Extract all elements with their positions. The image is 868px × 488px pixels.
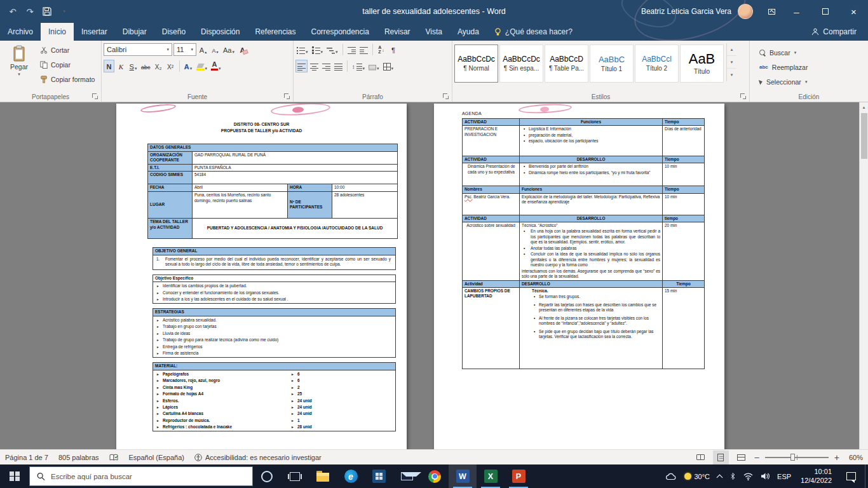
font-name-combo[interactable]: Calibri ▾ xyxy=(104,43,172,56)
print-layout-button[interactable] xyxy=(713,451,729,464)
styles-scroll-down-icon[interactable]: ▾ xyxy=(727,56,736,69)
shrink-font-button[interactable]: A▾ xyxy=(210,43,220,56)
word-taskbar-button[interactable]: W xyxy=(449,464,477,488)
style-normal[interactable]: AaBbCcDc ¶ Normal xyxy=(454,44,498,83)
web-layout-button[interactable] xyxy=(733,451,749,464)
share-button[interactable]: Compartir xyxy=(800,23,868,41)
show-paragraph-marks-button[interactable]: ¶ xyxy=(388,43,399,56)
vertical-scrollbar[interactable]: ▴ xyxy=(859,102,868,449)
tab-insertar[interactable]: Insertar xyxy=(74,23,115,41)
shading-button[interactable]: ▾ xyxy=(367,60,381,72)
bold-button[interactable]: N xyxy=(104,60,114,72)
styles-more-icon[interactable]: ▾ xyxy=(727,69,736,81)
format-painter-button[interactable]: Copiar formato xyxy=(37,72,97,86)
accessibility-status[interactable]: Accesibilidad: es necesario investigar xyxy=(189,450,327,464)
style-titulo-1[interactable]: AaBbC Título 1 xyxy=(590,44,634,83)
account-avatar[interactable] xyxy=(738,4,753,19)
bluetooth-button[interactable] xyxy=(726,464,740,488)
subscript-button[interactable]: X₂ xyxy=(153,60,164,72)
page-indicator[interactable]: Página 1 de 7 xyxy=(0,450,53,464)
edge-button[interactable]: e xyxy=(337,464,365,488)
powerpoint-taskbar-button[interactable]: P xyxy=(505,464,532,488)
align-right-button[interactable] xyxy=(321,60,332,72)
cut-button[interactable]: Cortar xyxy=(37,43,97,57)
align-center-button[interactable] xyxy=(309,60,320,72)
numbered-list-button[interactable]: ▾ xyxy=(311,43,325,56)
excel-taskbar-button[interactable]: X xyxy=(477,464,505,488)
clear-formatting-button[interactable]: A xyxy=(237,43,248,56)
line-spacing-button[interactable]: ↕▾ xyxy=(351,60,366,72)
zoom-slider[interactable] xyxy=(765,457,829,458)
replace-button[interactable]: abc Reemplazar xyxy=(759,61,866,73)
style-table-paragraph[interactable]: AaBbCcD ¶ Table Pa... xyxy=(545,44,588,83)
tab-ayuda[interactable]: Ayuda xyxy=(450,23,487,41)
search-input[interactable] xyxy=(51,473,245,480)
file-explorer-button[interactable] xyxy=(309,464,337,488)
task-view-button[interactable] xyxy=(281,464,309,488)
start-button[interactable] xyxy=(0,464,29,488)
italic-button[interactable]: K xyxy=(116,60,126,72)
redo-icon[interactable]: ↷ xyxy=(25,6,35,17)
strikethrough-button[interactable]: abc xyxy=(140,60,152,72)
copy-button[interactable]: Copiar xyxy=(37,58,97,72)
styles-scroll-up-icon[interactable]: ▴ xyxy=(727,43,736,56)
text-effects-button[interactable]: A▾ xyxy=(183,60,194,72)
tell-me-box[interactable]: ¿Qué desea hacer? xyxy=(487,23,580,41)
document-canvas[interactable]: DISTRITO 08- CENTRO SUR PROPUESTA DE TAL… xyxy=(0,102,868,449)
superscript-button[interactable]: X² xyxy=(165,60,176,72)
taskbar-search-box[interactable] xyxy=(29,466,253,486)
decrease-indent-button[interactable] xyxy=(346,43,357,56)
clock[interactable]: 10:01 12/4/2022 xyxy=(795,468,837,485)
quick-access-dropdown-icon[interactable]: ▾ xyxy=(59,6,69,17)
font-size-combo[interactable]: 11 ▾ xyxy=(173,43,196,56)
scroll-up-icon[interactable]: ▴ xyxy=(860,102,868,112)
document-page-2[interactable]: AGENDA ACTIVIDAD Funciones Tiempo PREPAR… xyxy=(434,104,724,449)
tab-correspondencia[interactable]: Correspondencia xyxy=(303,23,376,41)
estilos-dialog-launcher[interactable] xyxy=(740,93,747,100)
language-button[interactable]: ESP xyxy=(773,464,795,488)
justify-button[interactable] xyxy=(333,60,344,72)
account-name[interactable]: Beatriz Leticia Garcia Vera xyxy=(641,7,731,16)
borders-button[interactable]: ▾ xyxy=(382,60,395,72)
ribbon-display-options-button[interactable] xyxy=(761,0,782,23)
word-count[interactable]: 805 palabras xyxy=(53,450,104,464)
weather-widget[interactable]: 30°C xyxy=(681,464,714,488)
document-page-1[interactable]: DISTRITO 08- CENTRO SUR PROPUESTA DE TAL… xyxy=(116,104,407,449)
style-titulo[interactable]: AaB Título xyxy=(680,44,724,83)
tab-dibujar[interactable]: Dibujar xyxy=(115,23,154,41)
font-color-button[interactable]: A▾ xyxy=(210,60,222,72)
parrafo-dialog-launcher[interactable] xyxy=(443,93,449,100)
find-button[interactable]: Buscar ▾ xyxy=(759,46,866,58)
increase-indent-button[interactable] xyxy=(358,43,369,56)
fuente-dialog-launcher[interactable] xyxy=(284,93,290,100)
tab-vista[interactable]: Vista xyxy=(418,23,450,41)
tab-inicio[interactable]: Inicio xyxy=(41,23,74,41)
save-icon[interactable] xyxy=(42,6,52,17)
select-button[interactable]: Seleccionar ▾ xyxy=(759,76,866,88)
tab-revisar[interactable]: Revisar xyxy=(377,23,418,41)
sort-button[interactable]: AZ↓ xyxy=(376,43,387,56)
scrollbar-thumb[interactable] xyxy=(861,113,867,159)
network-button[interactable] xyxy=(740,464,757,488)
style-sin-espaciado[interactable]: AaBbCcDc ¶ Sin espa... xyxy=(499,44,543,83)
style-titulo-2[interactable]: AaBbCcl Título 2 xyxy=(635,44,679,83)
zoom-percentage[interactable]: 60% xyxy=(845,454,863,461)
show-desktop-button[interactable] xyxy=(865,464,868,488)
zoom-slider-thumb[interactable] xyxy=(790,454,795,461)
store-button[interactable] xyxy=(365,464,393,488)
paste-button[interactable]: Pegar ▾ xyxy=(2,43,36,90)
multilevel-list-button[interactable]: ▾ xyxy=(325,43,339,56)
show-hidden-icons-button[interactable] xyxy=(714,464,726,488)
minimize-button[interactable]: – xyxy=(782,0,811,23)
close-button[interactable]: × xyxy=(839,0,868,23)
maximize-button[interactable] xyxy=(811,0,839,23)
highlight-button[interactable]: ▾ xyxy=(195,60,209,72)
tab-referencias[interactable]: Referencias xyxy=(247,23,303,41)
tab-disposicion[interactable]: Disposición xyxy=(193,23,247,41)
chrome-button[interactable] xyxy=(421,464,449,488)
tab-archivo[interactable]: Archivo xyxy=(0,23,41,41)
action-center-button[interactable] xyxy=(837,464,865,488)
volume-button[interactable] xyxy=(757,464,773,488)
bullet-list-button[interactable]: ▾ xyxy=(295,43,309,56)
zoom-out-button[interactable]: – xyxy=(754,452,761,462)
